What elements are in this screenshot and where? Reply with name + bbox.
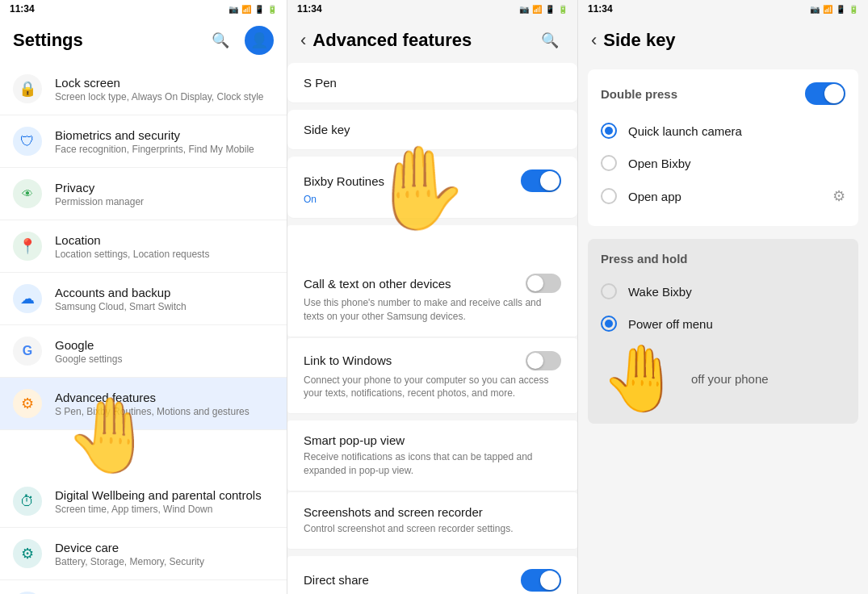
open-app-label: Open app <box>628 190 832 203</box>
middle-header: ‹ Advanced features 🔍 <box>287 18 577 63</box>
direct-share-title: Direct share <box>304 573 369 587</box>
left-time: 11:34 <box>10 3 35 15</box>
bixby-routines-title: Bixby Routines <box>304 174 384 188</box>
direct-share-toggle[interactable] <box>521 569 561 592</box>
power-off-option[interactable]: Power off menu <box>601 307 845 340</box>
settings-item-privacy[interactable]: 👁 Privacy Permission manager <box>0 168 287 220</box>
right-status-bar: 11:34 📷 📶 📱 🔋 <box>578 0 868 18</box>
lock-screen-subtitle: Screen lock type, Always On Display, Clo… <box>55 91 274 102</box>
middle-title: Advanced features <box>312 30 535 51</box>
right-wifi-icon: 📶 <box>823 5 832 14</box>
location-title: Location <box>55 233 274 247</box>
left-panel: 11:34 📷 📶 📱 🔋 Settings 🔍 👤 🔒 Lock screen… <box>0 0 287 594</box>
device-care-icon: ⚙ <box>13 539 42 568</box>
left-status-bar: 11:34 📷 📶 📱 🔋 <box>0 0 287 18</box>
right-header: ‹ Side key <box>578 18 868 63</box>
middle-status-icons: 📷 📶 📱 🔋 <box>519 5 568 14</box>
wake-bixby-label: Wake Bixby <box>628 285 845 299</box>
advanced-title: Advanced features <box>55 391 274 404</box>
biometrics-title: Biometrics and security <box>55 128 274 142</box>
open-app-radio[interactable] <box>601 188 617 204</box>
google-title: Google <box>55 338 274 352</box>
quick-launch-camera-option[interactable]: Quick launch camera <box>601 115 845 147</box>
right-status-icons: 📷 📶 📱 🔋 <box>810 5 858 14</box>
call-text-desc: Use this phone's number to make and rece… <box>304 296 561 324</box>
settings-item-google[interactable]: G Google Google settings <box>0 325 287 378</box>
right-signal-icon: 📱 <box>836 5 845 14</box>
privacy-title: Privacy <box>55 181 274 195</box>
right-panel: 11:34 📷 📶 📱 🔋 ‹ Side key Double press Qu… <box>577 0 868 594</box>
quick-launch-label: Quick launch camera <box>628 124 845 138</box>
screenshots-title: Screenshots and screen recorder <box>304 505 483 519</box>
cloud-icon: ☁ <box>13 284 42 313</box>
bixby-routines-status: On <box>304 194 561 205</box>
settings-item-digital-wellbeing[interactable]: ⏱ Digital Wellbeing and parental control… <box>0 430 287 528</box>
advanced-subtitle: S Pen, Bixby Routines, Motions and gestu… <box>55 406 274 417</box>
right-battery-icon: 🔋 <box>849 5 858 14</box>
double-press-header: Double press <box>601 82 845 105</box>
double-press-section: Double press Quick launch camera Open Bi… <box>588 69 858 226</box>
location-subtitle: Location settings, Location requests <box>55 249 274 260</box>
wake-bixby-option[interactable]: Wake Bixby <box>601 275 845 307</box>
bixby-routines-item[interactable]: Bixby Routines On 🤚 <box>287 157 577 219</box>
screenshots-item[interactable]: Screenshots and screen recorder Control … <box>287 492 577 550</box>
link-windows-toggle[interactable] <box>526 351 561 370</box>
google-subtitle: Google settings <box>55 353 274 365</box>
open-bixby-option[interactable]: Open Bixby <box>601 147 845 179</box>
accounts-title: Accounts and backup <box>55 286 274 299</box>
wellbeing-subtitle: Screen time, App timers, Wind Down <box>55 504 274 515</box>
mid-wifi-icon: 📶 <box>532 5 542 14</box>
search-button[interactable]: 🔍 <box>206 26 235 55</box>
settings-item-advanced[interactable]: ⚙ Advanced features S Pen, Bixby Routine… <box>0 378 287 430</box>
biometrics-subtitle: Face recognition, Fingerprints, Find My … <box>55 144 274 155</box>
press-hold-section: Press and hold Wake Bixby Power off menu… <box>588 239 858 424</box>
quick-launch-radio[interactable] <box>601 123 617 139</box>
settings-list: 🔒 Lock screen Screen lock type, Always O… <box>0 63 287 594</box>
profile-avatar[interactable]: 👤 <box>245 26 274 55</box>
settings-item-location[interactable]: 📍 Location Location settings, Location r… <box>0 220 287 273</box>
open-app-option[interactable]: Open app ⚙ <box>601 179 845 213</box>
open-bixby-label: Open Bixby <box>628 157 845 170</box>
mid-signal-icon: 📱 <box>545 5 555 14</box>
advanced-features-list: S Pen Side key Bixby Routines On 🤚 Call … <box>287 63 577 594</box>
press-hold-desc-row: 🤚 off your phone <box>601 346 845 411</box>
accounts-subtitle: Samsung Cloud, Smart Switch <box>55 301 274 312</box>
press-hold-label: Press and hold <box>601 252 845 266</box>
power-off-radio[interactable] <box>601 316 617 332</box>
wake-bixby-radio[interactable] <box>601 283 617 299</box>
left-title: Settings <box>13 30 206 51</box>
direct-share-item[interactable]: Direct share On <box>287 556 577 594</box>
settings-item-lock-screen[interactable]: 🔒 Lock screen Screen lock type, Always O… <box>0 63 287 115</box>
s-pen-item[interactable]: S Pen <box>287 63 577 103</box>
link-windows-desc: Connect your phone to your computer so y… <box>304 374 561 401</box>
call-text-item[interactable]: Call & text on other devices Use this ph… <box>287 225 577 337</box>
settings-item-apps[interactable]: ⋮⋮ Apps Default apps, Permission manager <box>0 580 287 594</box>
mid-battery-icon: 🔋 <box>558 5 568 14</box>
settings-item-accounts[interactable]: ☁ Accounts and backup Samsung Cloud, Sma… <box>0 273 287 325</box>
wifi-icon: 📶 <box>241 5 251 14</box>
middle-search-button[interactable]: 🔍 <box>535 26 564 55</box>
device-care-subtitle: Battery, Storage, Memory, Security <box>55 556 274 567</box>
settings-item-device-care[interactable]: ⚙ Device care Battery, Storage, Memory, … <box>0 528 287 580</box>
right-time: 11:34 <box>588 3 613 15</box>
open-app-gear-icon[interactable]: ⚙ <box>832 187 845 205</box>
middle-back-button[interactable]: ‹ <box>300 30 306 51</box>
advanced-icon: ⚙ <box>13 389 42 418</box>
lock-icon: 🔒 <box>13 74 42 103</box>
bixby-routines-toggle[interactable] <box>521 169 561 192</box>
call-text-toggle[interactable] <box>526 274 561 293</box>
side-key-item[interactable]: Side key <box>287 110 577 150</box>
double-press-toggle[interactable] <box>805 82 845 105</box>
open-bixby-radio[interactable] <box>601 155 617 171</box>
screenshots-desc: Control screenshot and screen recorder s… <box>304 522 561 536</box>
mid-camera-icon: 📷 <box>519 5 529 14</box>
right-back-button[interactable]: ‹ <box>591 30 597 51</box>
left-header: Settings 🔍 👤 <box>0 18 287 63</box>
settings-item-biometrics[interactable]: 🛡 Biometrics and security Face recogniti… <box>0 115 287 168</box>
smart-popup-item[interactable]: Smart pop-up view Receive notifications … <box>287 420 577 492</box>
press-hold-desc: off your phone <box>691 372 769 386</box>
wellbeing-icon: ⏱ <box>13 487 42 516</box>
power-off-label: Power off menu <box>628 317 845 331</box>
link-windows-item[interactable]: Link to Windows Connect your phone to yo… <box>287 338 577 415</box>
privacy-icon: 👁 <box>13 179 42 208</box>
